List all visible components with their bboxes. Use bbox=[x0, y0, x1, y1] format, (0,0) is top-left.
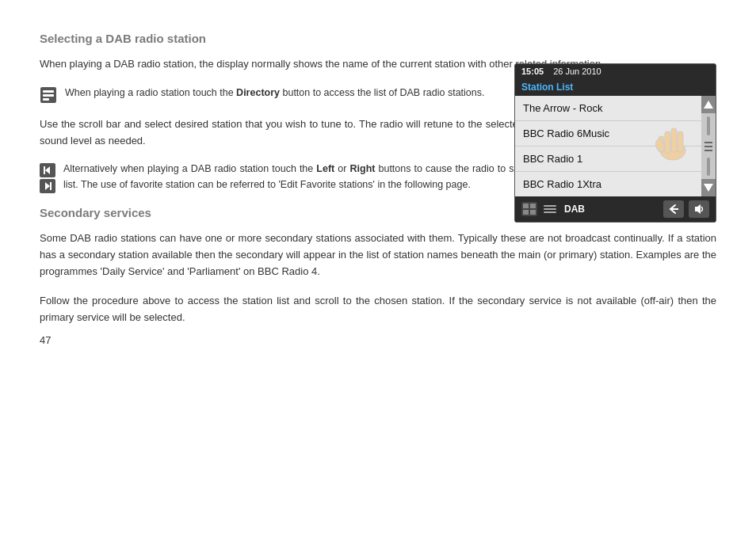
nav-buttons-icon bbox=[40, 163, 55, 193]
menu-icon bbox=[542, 202, 558, 216]
svg-rect-23 bbox=[678, 131, 683, 152]
station-item-4[interactable]: BBC Radio 1Xtra bbox=[515, 172, 701, 196]
scroll-grip bbox=[704, 142, 712, 151]
hand-cursor-svg bbox=[649, 117, 697, 165]
svg-rect-3 bbox=[43, 98, 49, 101]
svg-rect-9 bbox=[50, 182, 52, 190]
secondary-para1: Some DAB radio stations can have one or … bbox=[40, 230, 716, 280]
svg-rect-1 bbox=[43, 90, 54, 93]
svg-rect-13 bbox=[523, 210, 529, 215]
svg-rect-16 bbox=[544, 208, 556, 210]
grip-line-2 bbox=[704, 146, 712, 147]
station-list-header: Station List bbox=[515, 78, 716, 96]
directory-icon bbox=[40, 86, 57, 104]
note1-bold: Directory bbox=[236, 87, 280, 98]
radio-status-bar: 15:05 26 Jun 2010 bbox=[515, 64, 716, 78]
grip-line-3 bbox=[704, 150, 712, 151]
note2-bold1: Left bbox=[316, 163, 334, 174]
note1-text: When playing a radio station touch the D… bbox=[65, 86, 484, 101]
volume-button[interactable] bbox=[689, 200, 709, 218]
grid-icon bbox=[521, 202, 537, 216]
volume-icon bbox=[693, 204, 705, 215]
scroll-down-button[interactable] bbox=[701, 179, 716, 196]
grip-line-1 bbox=[704, 142, 712, 143]
back-button[interactable] bbox=[663, 200, 684, 218]
svg-rect-2 bbox=[43, 94, 54, 97]
station-list-label: Station List bbox=[521, 82, 573, 93]
scroll-up-icon bbox=[704, 101, 713, 109]
svg-rect-14 bbox=[530, 210, 536, 215]
svg-rect-21 bbox=[665, 131, 670, 154]
svg-rect-12 bbox=[530, 204, 536, 208]
dab-mode-label: DAB bbox=[564, 204, 659, 215]
radio-date: 26 Jun 2010 bbox=[553, 67, 601, 76]
svg-rect-11 bbox=[523, 204, 529, 208]
scroll-down-icon bbox=[704, 184, 713, 192]
scroll-track bbox=[707, 116, 710, 135]
hand-cursor bbox=[649, 117, 697, 167]
scroll-track-2 bbox=[707, 158, 710, 177]
page-number: 47 bbox=[40, 334, 51, 346]
scrollbar[interactable] bbox=[701, 96, 716, 196]
svg-rect-22 bbox=[671, 128, 677, 152]
radio-time: 15:05 bbox=[521, 67, 544, 76]
secondary-para2: Follow the procedure above to access the… bbox=[40, 293, 716, 326]
radio-toolbar: DAB bbox=[515, 196, 716, 222]
back-icon bbox=[667, 204, 680, 215]
svg-rect-15 bbox=[544, 205, 556, 207]
svg-marker-19 bbox=[695, 204, 701, 214]
scroll-up-button[interactable] bbox=[701, 96, 716, 113]
section1-heading: Selecting a DAB radio station bbox=[40, 32, 716, 45]
note2-bold2: Right bbox=[350, 163, 376, 174]
svg-rect-6 bbox=[44, 166, 45, 174]
svg-rect-17 bbox=[544, 211, 556, 213]
